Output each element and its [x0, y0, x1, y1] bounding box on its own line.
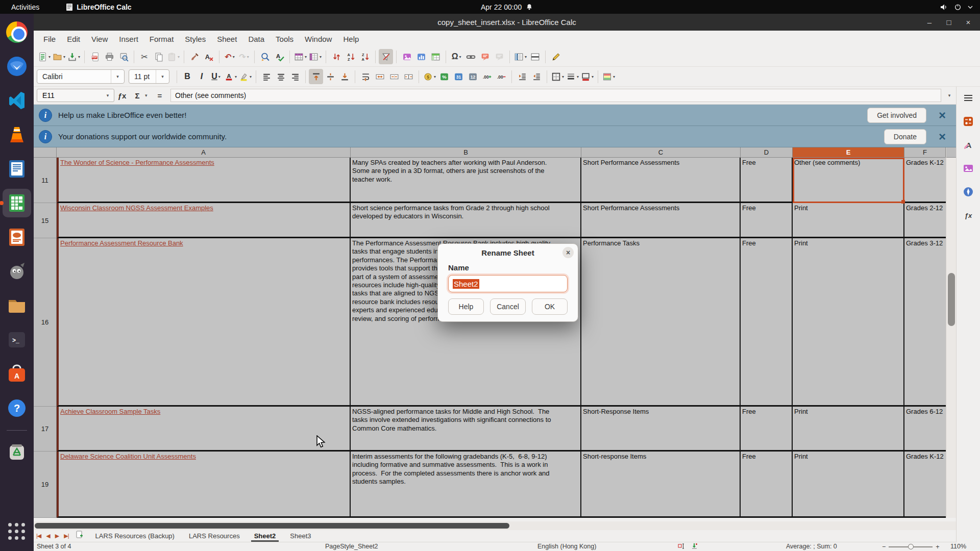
insert-image-button[interactable]	[400, 49, 414, 64]
menu-tools[interactable]: Tools	[270, 32, 299, 46]
border-style-button[interactable]: ▾	[565, 69, 580, 84]
column-header-a[interactable]: A	[57, 147, 351, 158]
cell-A15[interactable]: Wisconsin Classroom NGSS Assessment Exam…	[57, 203, 351, 238]
highlighting-color-dropdown-icon[interactable]: ▾	[250, 74, 252, 79]
undo-dropdown-icon[interactable]: ▾	[233, 55, 235, 59]
font-color-button[interactable]: A▾	[223, 69, 238, 84]
insert-special-character-button[interactable]: Ω▾	[449, 49, 463, 64]
border-color-button[interactable]: ▾	[580, 69, 595, 84]
align-right-button[interactable]	[288, 69, 302, 84]
row-header-19[interactable]: 19	[34, 452, 57, 518]
dock-item-libreoffice-calc[interactable]	[3, 189, 31, 217]
hyperlink[interactable]: Performance Assessment Resource Bank	[60, 239, 183, 247]
cell-B19[interactable]: Interim assessments for the following gr…	[351, 452, 581, 518]
font-color-dropdown-icon[interactable]: ▾	[235, 74, 237, 79]
underline-dropdown-icon[interactable]: ▾	[218, 74, 220, 79]
italic-button[interactable]: I	[194, 69, 209, 84]
conditional-formatting-dropdown-icon[interactable]: ▾	[613, 74, 615, 79]
cell-F19[interactable]: Grades K-12	[904, 452, 946, 518]
cell-E17[interactable]: Print	[793, 407, 904, 452]
maximize-button[interactable]: □	[943, 18, 954, 27]
insert-pivot-table-button[interactable]	[428, 49, 443, 64]
bold-button[interactable]: B	[180, 69, 194, 84]
sheet-tab-sheet2[interactable]: Sheet2	[247, 530, 283, 542]
menu-styles[interactable]: Styles	[179, 32, 211, 46]
column-header-e[interactable]: E	[793, 147, 904, 158]
format-as-currency-dropdown-icon[interactable]: ▾	[434, 74, 436, 79]
get-involved-button[interactable]: Get involved	[867, 108, 926, 123]
borders-dropdown-icon[interactable]: ▾	[562, 74, 564, 79]
horizontal-scrollbar-thumb[interactable]	[35, 523, 509, 529]
insert-special-character-dropdown-icon[interactable]: ▾	[459, 55, 461, 59]
align-top-button[interactable]	[309, 69, 323, 84]
format-as-percent-button[interactable]: %	[437, 69, 451, 84]
cell-D19[interactable]: Free	[741, 452, 793, 518]
menu-edit[interactable]: Edit	[61, 32, 86, 46]
focused-app-menu[interactable]: LibreOffice Calc	[66, 3, 131, 11]
conditional-formatting-button[interactable]: ▾	[601, 69, 616, 84]
vertical-scrollbar-thumb[interactable]	[948, 273, 955, 326]
merge-and-center-cells-button[interactable]	[373, 69, 387, 84]
clear-formatting-button[interactable]: A	[202, 49, 216, 64]
column-header-f[interactable]: F	[904, 147, 946, 158]
dock-item-libreoffice-impress[interactable]	[3, 223, 31, 252]
dock-item-help[interactable]: ?	[3, 394, 31, 422]
underline-button[interactable]: U▾	[209, 69, 223, 84]
properties-deck-button[interactable]	[961, 114, 975, 129]
cell-C16[interactable]: Performance Tasks	[581, 238, 741, 407]
menu-help[interactable]: Help	[337, 32, 364, 46]
cell-B11[interactable]: Many SPAs created by teachers after work…	[351, 158, 581, 203]
highlighting-color-button[interactable]: ▾	[238, 69, 253, 84]
spelling-button[interactable]: A	[272, 49, 286, 64]
dock-item-trash[interactable]	[3, 438, 31, 466]
close-button[interactable]: ×	[963, 18, 974, 27]
unmerge-cells-button[interactable]	[401, 69, 415, 84]
zoom-slider-thumb[interactable]	[908, 544, 914, 549]
ok-button[interactable]: OK	[532, 298, 568, 315]
cell-C11[interactable]: Short Performance Assessments	[581, 158, 741, 203]
align-bottom-button[interactable]	[337, 69, 352, 84]
text-language[interactable]: English (Hong Kong)	[537, 543, 596, 550]
redo-dropdown-icon[interactable]: ▾	[247, 55, 249, 59]
expand-formula-bar-icon[interactable]: ▾	[943, 93, 955, 98]
cell-F15[interactable]: Grades 2-12	[904, 203, 946, 238]
cell-D11[interactable]: Free	[741, 158, 793, 203]
row-button[interactable]: ▾	[293, 49, 308, 64]
border-color-dropdown-icon[interactable]: ▾	[592, 74, 594, 79]
row-header-16[interactable]: 16	[34, 238, 57, 407]
menu-window[interactable]: Window	[299, 32, 337, 46]
document-modified-icon[interactable]	[691, 543, 698, 551]
menu-sheet[interactable]: Sheet	[211, 32, 242, 46]
previous-sheet-icon[interactable]: ◀	[46, 533, 50, 539]
sum-dropdown-icon[interactable]: ▾	[145, 93, 152, 98]
cell-A17[interactable]: Achieve Classroom Sample Tasks	[57, 407, 351, 452]
sheet-tab-lars-resources[interactable]: LARS Resources	[182, 530, 247, 542]
menu-file[interactable]: File	[38, 32, 61, 46]
dock-item-ubuntu-software[interactable]: A	[3, 360, 31, 388]
sort-ascending-button[interactable]: AZ	[344, 49, 358, 64]
new-document-button[interactable]: ▾	[37, 49, 52, 64]
save-button[interactable]: ▾	[66, 49, 81, 64]
column-dropdown-icon[interactable]: ▾	[320, 55, 322, 59]
align-center-button[interactable]	[274, 69, 288, 84]
format-as-number-button[interactable]: 12	[465, 69, 480, 84]
column-header-b[interactable]: B	[351, 147, 581, 158]
font-size-combo[interactable]: 11 pt▾	[129, 69, 169, 84]
infobar-close-icon[interactable]: ×	[934, 130, 951, 144]
hyperlink[interactable]: The Wonder of Science - Performance Asse…	[60, 159, 214, 166]
format-as-currency-button[interactable]: $▾	[422, 69, 437, 84]
dock-item-thunderbird[interactable]	[3, 52, 31, 81]
infobar-close-icon[interactable]: ×	[934, 108, 951, 122]
insert-comment-button[interactable]	[478, 49, 492, 64]
fill-handle[interactable]	[901, 200, 905, 204]
cell-E15[interactable]: Print	[793, 203, 904, 238]
new-document-dropdown-icon[interactable]: ▾	[48, 55, 51, 59]
cancel-button[interactable]: Cancel	[490, 298, 526, 315]
horizontal-scrollbar[interactable]	[34, 521, 956, 530]
dialog-close-icon[interactable]: ×	[562, 247, 574, 258]
center-vertically-button[interactable]	[323, 69, 337, 84]
next-sheet-icon[interactable]: ▶	[55, 533, 59, 539]
font-name-combo-dropdown-icon[interactable]: ▾	[111, 70, 124, 83]
selection-mode-icon[interactable]	[678, 543, 685, 551]
sort-descending-button[interactable]: ZA	[358, 49, 372, 64]
